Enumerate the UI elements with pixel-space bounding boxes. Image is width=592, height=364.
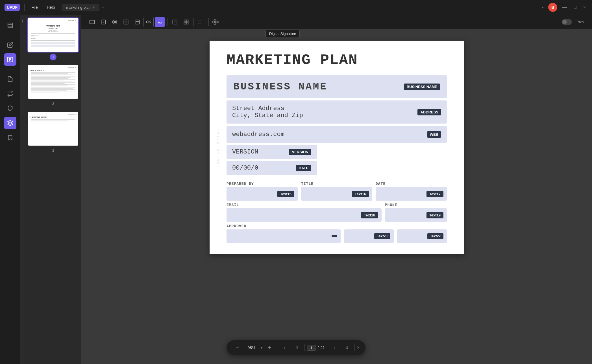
text-field-btn[interactable]	[87, 17, 97, 27]
text19-tag[interactable]: Text19	[426, 212, 443, 218]
address-field: Street Address City, State and Zip ADDRE…	[227, 100, 447, 124]
zoom-out-btn[interactable]: −	[232, 343, 243, 353]
text17-tag[interactable]: Text17	[426, 191, 443, 197]
sidebar-item-bookmark[interactable]	[4, 131, 16, 144]
last-page-btn[interactable]: ⇓	[342, 343, 352, 353]
text20-tag[interactable]: Text20	[374, 233, 390, 239]
address-tag[interactable]: ADDRESS	[417, 109, 441, 115]
date-field: 00/00/0 DATE	[227, 161, 317, 175]
thumb-confidential-3: CONFIDENTIAL	[68, 113, 77, 115]
phone-col: PHONE Text19	[385, 203, 447, 222]
next-page-btn[interactable]: ↓	[330, 343, 340, 353]
date-input[interactable]: Text17	[376, 187, 447, 201]
title-col: TITLE Text16	[301, 182, 372, 201]
sidebar-item-form[interactable]	[4, 53, 16, 66]
signature-btn[interactable]	[155, 17, 165, 27]
new-tab-btn[interactable]: +	[102, 5, 105, 10]
approved-label: APPROVED	[227, 224, 447, 228]
thumb-confidential-2: CONFIDENTIAL	[68, 67, 77, 68]
prepared-by-input[interactable]: Text15	[227, 187, 298, 201]
phone-input[interactable]: Text19	[385, 208, 447, 222]
list-btn[interactable]	[121, 17, 131, 27]
tab-label: marketing-plan	[66, 5, 90, 10]
web-address-text: webaddress.com	[232, 131, 425, 138]
version-field: VERSION VERSION	[227, 145, 317, 159]
prev-btn[interactable]: Prev	[574, 19, 586, 25]
thumbnail-1[interactable]: CONFIDENTIAL MARKETING PLAN BUSINESS NAM…	[27, 18, 79, 60]
close-btn[interactable]: ×	[582, 5, 587, 10]
checkbox-btn[interactable]	[98, 17, 108, 27]
doc-area: CONFIDENTIAL MARKETING PLAN BUSINESS NAM…	[81, 29, 592, 364]
approved-input2[interactable]: Text20	[344, 229, 394, 243]
combo-btn[interactable]	[132, 17, 142, 27]
sidebar-collapse-btn[interactable]: ❮	[20, 15, 25, 27]
text16-tag[interactable]: Text16	[352, 191, 369, 197]
zoom-level: 98%	[245, 345, 258, 350]
sidebar-item-organize[interactable]	[4, 73, 16, 85]
phone-label: PHONE	[385, 203, 447, 207]
sidebar-item-layers[interactable]	[4, 117, 16, 129]
text15-tag[interactable]: Text15	[277, 191, 294, 197]
tab-marketing-plan[interactable]: marketing-plan ×	[62, 4, 99, 11]
toolbar-sep-2	[193, 18, 194, 26]
file-menu[interactable]: File	[29, 4, 40, 11]
email-input[interactable]: Text18	[227, 208, 382, 222]
email-label: EMAIL	[227, 203, 382, 207]
date-col: DATE Text17	[376, 182, 447, 201]
date-tag[interactable]: DATE	[296, 165, 311, 171]
thumbnails-panel: CONFIDENTIAL MARKETING PLAN BUSINESS NAM…	[25, 15, 81, 364]
page-number-input[interactable]	[307, 345, 316, 351]
toolbar-right: Prev	[562, 19, 586, 25]
page-indicator: / 21	[307, 345, 325, 351]
web-tag[interactable]: WEB	[427, 131, 441, 138]
title-input[interactable]: Text16	[301, 187, 372, 201]
business-name-tag[interactable]: BUSINESS NAME	[404, 84, 440, 90]
text21-tag[interactable]: Text22	[427, 233, 443, 239]
thumb-page-2[interactable]: CONFIDENTIAL TABLE OF CONTENTS	[28, 65, 78, 99]
approved-inputs: Text20 Text22	[227, 229, 447, 243]
toolbar-sep-1	[167, 18, 167, 26]
help-menu[interactable]: Help	[45, 4, 57, 11]
version-tag[interactable]: VERSION	[289, 149, 311, 155]
approved-input[interactable]	[227, 229, 341, 243]
thumbnail-3[interactable]: CONFIDENTIAL I. EXECUTIVE SUMMARY 3	[27, 112, 79, 154]
zoom-in-btn[interactable]: +	[265, 343, 275, 353]
settings-btn[interactable]	[211, 17, 221, 27]
zoom-dropdown-btn[interactable]: ▾	[261, 346, 262, 350]
approved-input3[interactable]: Text22	[397, 229, 447, 243]
app-logo: UPDF	[5, 4, 20, 11]
grid-btn[interactable]	[181, 17, 191, 27]
nav-sep-4	[354, 344, 355, 351]
thumbnail-2[interactable]: CONFIDENTIAL TABLE OF CONTENTS	[27, 65, 79, 107]
minimize-btn[interactable]: —	[561, 5, 569, 10]
sidebar-item-convert[interactable]	[4, 87, 16, 100]
date-text: 00/00/0	[232, 165, 294, 172]
tab-close-btn[interactable]: ×	[93, 5, 95, 9]
align-btn[interactable]	[196, 17, 206, 27]
sidebar-item-edit[interactable]	[4, 39, 16, 51]
svg-rect-21	[173, 20, 177, 24]
tabs-dropdown-btn[interactable]: ▾	[542, 5, 544, 9]
maximize-btn[interactable]: □	[572, 5, 578, 10]
date-label: DATE	[376, 182, 447, 186]
thumb-number-1: 1	[50, 54, 56, 60]
text18-tag[interactable]: Text18	[361, 212, 378, 218]
prev-page-btn[interactable]: ↑	[280, 343, 290, 353]
version-text: VERSION	[232, 148, 287, 155]
sidebar-item-pages[interactable]	[4, 19, 16, 32]
thumb-page-3[interactable]: CONFIDENTIAL I. EXECUTIVE SUMMARY	[28, 112, 78, 146]
toggle-switch[interactable]	[562, 19, 572, 25]
thumb-title-1: MARKETING PLAN	[30, 25, 77, 27]
thumb-page-1[interactable]: CONFIDENTIAL MARKETING PLAN BUSINESS NAM…	[28, 18, 78, 52]
sidebar-item-protect[interactable]	[4, 102, 16, 115]
properties-btn[interactable]	[170, 17, 180, 27]
svg-rect-25	[186, 20, 188, 22]
prepared-row: PREPARED BY Text15 TITLE Text16 DATE	[227, 182, 447, 201]
approved-tag[interactable]	[332, 235, 337, 237]
button-btn[interactable]: OK	[143, 17, 154, 27]
first-page-btn[interactable]: ⇑	[292, 343, 302, 353]
radio-btn[interactable]	[110, 17, 120, 27]
sidebar-sep-1	[6, 35, 15, 35]
nav-close-btn[interactable]: ×	[357, 345, 360, 350]
user-avatar[interactable]: B	[548, 3, 557, 12]
